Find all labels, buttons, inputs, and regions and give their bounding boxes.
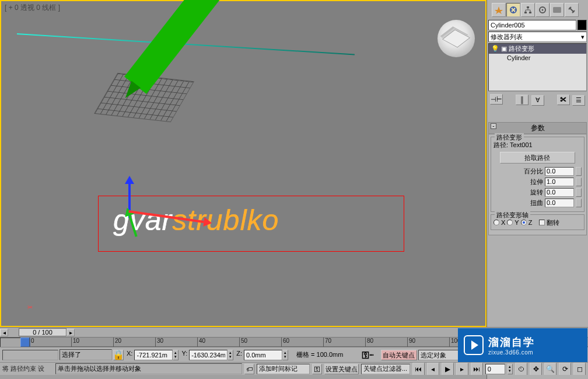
watermark-url: zixue.3d66.com	[488, 349, 535, 356]
remove-modifier-button[interactable]: ✀	[557, 95, 570, 105]
rollout-title[interactable]: - 参数	[489, 123, 586, 134]
tab-modify[interactable]	[506, 3, 520, 17]
time-slider-thumb[interactable]: 0 / 100	[19, 328, 66, 336]
tab-create[interactable]	[492, 3, 506, 17]
spinner-icon[interactable]: ▴▾	[282, 350, 288, 360]
spinner-icon[interactable]	[576, 188, 582, 197]
time-config-button[interactable]: ⏲	[515, 363, 527, 375]
make-unique-button[interactable]: ∀	[531, 95, 544, 106]
tab-utilities[interactable]	[565, 3, 579, 17]
stretch-label: 拉伸	[520, 178, 543, 186]
modifier-stack-item[interactable]: 💡 ▣ 路径变形	[489, 44, 586, 54]
configure-sets-button[interactable]: ☰	[572, 95, 585, 106]
spinner-icon[interactable]: ▴▾	[173, 350, 178, 360]
time-tag-icon[interactable]: 🏷	[244, 364, 254, 374]
axis-x-label: X	[501, 219, 505, 226]
svg-rect-6	[554, 8, 561, 12]
time-prev-button[interactable]: ◂	[0, 329, 8, 336]
tick: 20	[113, 338, 121, 347]
svg-rect-0	[527, 6, 529, 8]
nav-max-button[interactable]: ◻	[573, 363, 586, 375]
next-frame-button[interactable]: ▸	[456, 363, 468, 375]
group-axis-title: 路径变形轴	[495, 211, 530, 220]
nav-orbit-button[interactable]: ⟳	[559, 363, 571, 375]
show-end-result-button[interactable]: ║	[516, 95, 528, 105]
tick: 90	[407, 338, 415, 347]
modifier-list-dropdown[interactable]: 修改器列表 ▾	[488, 32, 587, 42]
rollout-title-text: 参数	[531, 124, 545, 132]
modifier-name: 路径变形	[509, 44, 534, 53]
lock-selection-button[interactable]: 🔒	[113, 350, 124, 360]
spinner-icon[interactable]: ▴▾	[508, 364, 513, 374]
pick-path-button[interactable]: 拾取路径	[500, 152, 576, 164]
tab-motion[interactable]	[536, 3, 550, 17]
pin-stack-button[interactable]: ⊣⊢	[490, 94, 503, 105]
spinner-icon[interactable]	[576, 178, 582, 186]
tick: 70	[323, 338, 331, 347]
set-key-button[interactable]: 设置关键点	[324, 364, 359, 374]
percent-label: 百分比	[520, 167, 543, 176]
watermark-title: 溜溜自学	[488, 335, 535, 349]
tick: 40	[197, 338, 205, 347]
goto-end-button[interactable]: ⏭	[471, 363, 483, 375]
path-name-label: 路径: Text001	[494, 141, 582, 149]
object-name-field[interactable]	[488, 20, 576, 30]
key-filters-dropdown[interactable]: 关键点过滤器...	[361, 364, 410, 374]
percent-field[interactable]	[545, 167, 574, 176]
modifier-stack-item[interactable]: Cylinder	[489, 54, 586, 62]
tick: 0	[29, 338, 34, 347]
command-panel: 修改器列表 ▾ 💡 ▣ 路径变形 Cylinder ⊣⊢ ║ ∀ ✀ ☰ - 参…	[487, 0, 588, 379]
svg-rect-1	[524, 12, 527, 13]
tick: 10	[71, 338, 79, 347]
spinner-icon[interactable]	[576, 167, 582, 176]
grid-spacing-label: 栅格 = 100.0mm	[296, 350, 360, 359]
x-label: X:	[125, 350, 134, 360]
play-icon	[464, 335, 484, 355]
auto-key-button[interactable]: 自动关键点	[381, 350, 417, 360]
set-key-icon[interactable]: ⚿┉	[362, 350, 374, 360]
group-axis: 路径变形轴 X Y Z 翻转	[491, 214, 584, 230]
z-field[interactable]	[244, 350, 282, 360]
coord-z: Z: ▴▾	[235, 350, 288, 360]
twist-field[interactable]	[545, 199, 574, 207]
tick: 30	[155, 338, 163, 347]
object-color-swatch[interactable]	[578, 20, 587, 30]
modifier-name: Cylinder	[507, 54, 530, 61]
tab-hierarchy[interactable]	[521, 3, 535, 17]
nav-zoom-button[interactable]: 🔍	[544, 363, 556, 375]
flip-checkbox[interactable]	[539, 220, 545, 225]
time-next-button[interactable]: ▸	[66, 329, 75, 336]
axis-y-radio[interactable]	[507, 220, 513, 225]
stretch-field[interactable]	[545, 178, 574, 186]
modifier-stack[interactable]: 💡 ▣ 路径变形 Cylinder	[488, 43, 587, 91]
prev-frame-button[interactable]: ◂	[427, 363, 439, 375]
selection-count: 选择了	[60, 349, 112, 360]
nav-pan-button[interactable]: ✥	[530, 363, 542, 375]
viewport-label[interactable]: [ + 0 透视 0 线框 ]	[5, 3, 60, 13]
watermark: 溜溜自学 zixue.3d66.com	[458, 328, 587, 362]
viewport[interactable]: [ + 0 透视 0 线框 ] gvarstrublko ✂	[0, 0, 487, 327]
rotate-label: 旋转	[520, 188, 543, 197]
current-frame-field[interactable]	[485, 364, 505, 374]
y-field[interactable]	[189, 350, 228, 360]
axis-x-radio[interactable]	[494, 220, 499, 225]
crop-marker: ✂	[27, 304, 33, 311]
svg-point-4	[542, 9, 544, 11]
x-field[interactable]	[134, 350, 173, 360]
group-title: 路径变形	[495, 133, 524, 142]
goto-start-button[interactable]: ⏮	[412, 363, 425, 375]
flip-label: 翻转	[547, 218, 559, 227]
viewcube[interactable]	[438, 20, 475, 57]
spinner-icon[interactable]: ▴▾	[228, 350, 233, 360]
tab-display[interactable]	[550, 3, 564, 17]
play-button[interactable]: ▶	[442, 363, 454, 375]
key-toggle-button[interactable]: ⚿	[312, 364, 322, 374]
axis-z-label: Z	[528, 219, 533, 226]
spinner-icon[interactable]	[576, 199, 582, 207]
add-time-tag-dropdown[interactable]: 添加时间标记	[257, 364, 309, 374]
coord-y: Y: ▴▾	[180, 350, 233, 360]
svg-rect-2	[529, 12, 531, 13]
rotate-field[interactable]	[545, 188, 574, 197]
axis-z-radio[interactable]	[521, 220, 527, 225]
twist-label: 扭曲	[520, 199, 543, 207]
